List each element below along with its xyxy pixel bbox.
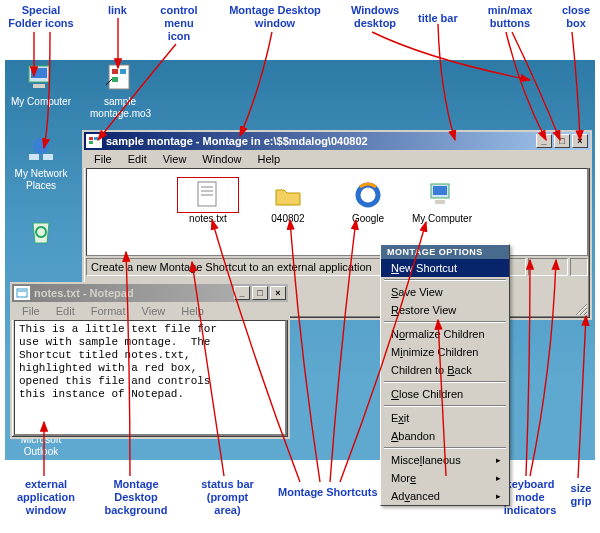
menu-help[interactable]: Help bbox=[251, 151, 286, 167]
callout-minmax: min/maxbuttons bbox=[480, 4, 540, 30]
np-menu-view[interactable]: View bbox=[136, 303, 172, 319]
shortcut-my-computer[interactable]: My Computer bbox=[411, 177, 473, 224]
shortcut-google[interactable]: Google bbox=[337, 177, 399, 224]
kbd-indicator-4 bbox=[528, 258, 568, 276]
ctx-save-view[interactable]: Save View bbox=[381, 283, 509, 301]
ctx-misc[interactable]: Miscellaneous bbox=[381, 451, 509, 469]
svg-rect-2 bbox=[33, 84, 45, 88]
svg-rect-22 bbox=[435, 200, 445, 204]
folder-icon bbox=[257, 177, 319, 213]
ctx-advanced[interactable]: Advanced bbox=[381, 487, 509, 505]
callout-link: link bbox=[108, 4, 127, 17]
maximize-button[interactable]: □ bbox=[554, 134, 570, 148]
svg-rect-13 bbox=[94, 137, 98, 140]
montage-menu-bar[interactable]: File Edit View Window Help bbox=[84, 150, 590, 168]
ctx-exit[interactable]: Exit bbox=[381, 409, 509, 427]
svg-rect-15 bbox=[198, 182, 216, 206]
notepad-maximize[interactable]: □ bbox=[252, 286, 268, 300]
my-computer-icon bbox=[11, 62, 71, 94]
callout-ext-app: externalapplicationwindow bbox=[6, 478, 86, 517]
close-button[interactable]: × bbox=[572, 134, 588, 148]
menu-window[interactable]: Window bbox=[196, 151, 247, 167]
shortcut-folder[interactable]: 040802 bbox=[257, 177, 319, 224]
np-menu-file[interactable]: File bbox=[16, 303, 46, 319]
callout-status: status bar(promptarea) bbox=[190, 478, 265, 517]
notepad-title-text: notes.txt - Notepad bbox=[34, 287, 134, 299]
network-places-icon bbox=[11, 134, 71, 166]
svg-rect-6 bbox=[112, 77, 118, 82]
desktop-icon-recycle-bin[interactable] bbox=[11, 216, 71, 250]
callout-montage-window: Montage Desktopwindow bbox=[220, 4, 330, 30]
svg-rect-14 bbox=[89, 141, 93, 144]
notepad-menu-bar[interactable]: File Edit Format View Help bbox=[12, 302, 288, 320]
montage-client-area[interactable]: notes.txt 040802 Google My Computer bbox=[86, 168, 588, 256]
kbd-indicator-5 bbox=[570, 258, 588, 276]
np-menu-edit[interactable]: Edit bbox=[50, 303, 81, 319]
svg-point-7 bbox=[33, 138, 49, 154]
callout-control-menu: controlmenuicon bbox=[155, 4, 203, 43]
minimize-button[interactable]: _ bbox=[536, 134, 552, 148]
menu-file[interactable]: File bbox=[88, 151, 118, 167]
callout-bg: MontageDesktopbackground bbox=[96, 478, 176, 517]
desktop-icon-sample-montage[interactable]: samplemontage.mo3 bbox=[90, 62, 150, 120]
montage-title-text: sample montage - Montage in e:\$$mdalog\… bbox=[106, 135, 368, 147]
ctx-new-shortcut[interactable]: New Shortcut bbox=[381, 259, 509, 277]
ctx-header: MONTAGE OPTIONS bbox=[381, 245, 509, 259]
notepad-title-bar[interactable]: notes.txt - Notepad _ □ × bbox=[12, 284, 288, 302]
desktop-icon-network-places[interactable]: My NetworkPlaces bbox=[11, 134, 71, 192]
montage-options-menu[interactable]: MONTAGE OPTIONS New Shortcut Save View R… bbox=[380, 244, 510, 506]
status-bar: Create a new Montage Shortcut to an exte… bbox=[86, 258, 388, 276]
size-grip[interactable] bbox=[572, 300, 588, 316]
desktop-icon-my-computer[interactable]: My Computer bbox=[11, 62, 71, 108]
svg-rect-8 bbox=[29, 154, 39, 160]
callout-windows-desktop: Windowsdesktop bbox=[340, 4, 410, 30]
notepad-minimize[interactable]: _ bbox=[234, 286, 250, 300]
windows-desktop[interactable]: My Computer samplemontage.mo3 My Network… bbox=[5, 60, 595, 460]
ctx-more[interactable]: More bbox=[381, 469, 509, 487]
notepad-control-icon[interactable] bbox=[14, 286, 30, 300]
np-menu-help[interactable]: Help bbox=[175, 303, 210, 319]
notepad-text-area[interactable]: This is a little text file foruse with s… bbox=[14, 320, 286, 435]
svg-rect-9 bbox=[43, 154, 53, 160]
recycle-bin-icon bbox=[11, 216, 71, 248]
ie-icon bbox=[337, 177, 399, 213]
callout-shortcuts: Montage Shortcuts bbox=[278, 486, 378, 499]
svg-rect-21 bbox=[433, 186, 447, 195]
callout-title-bar: title bar bbox=[418, 12, 458, 25]
ctx-abandon[interactable]: Abandon bbox=[381, 427, 509, 445]
callout-special-folder: SpecialFolder icons bbox=[2, 4, 80, 30]
svg-rect-12 bbox=[89, 137, 93, 140]
my-computer-icon bbox=[411, 177, 473, 213]
svg-rect-4 bbox=[112, 69, 118, 74]
menu-edit[interactable]: Edit bbox=[122, 151, 153, 167]
shortcut-notes[interactable]: notes.txt bbox=[177, 177, 239, 224]
np-menu-format[interactable]: Format bbox=[85, 303, 132, 319]
ctx-back[interactable]: Children to Back bbox=[381, 361, 509, 379]
notepad-close[interactable]: × bbox=[270, 286, 286, 300]
text-file-icon bbox=[177, 177, 239, 213]
notepad-window[interactable]: notes.txt - Notepad _ □ × File Edit Form… bbox=[10, 282, 290, 439]
ctx-normalize[interactable]: Normalize Children bbox=[381, 325, 509, 343]
callout-close: closebox bbox=[555, 4, 597, 30]
callout-grip: sizegrip bbox=[564, 482, 598, 508]
svg-rect-1 bbox=[31, 68, 47, 78]
menu-view[interactable]: View bbox=[157, 151, 193, 167]
ctx-close-children[interactable]: Close Children bbox=[381, 385, 509, 403]
svg-rect-29 bbox=[17, 289, 27, 297]
mo3-file-icon bbox=[90, 62, 150, 94]
control-menu-icon[interactable] bbox=[86, 134, 102, 148]
montage-title-bar[interactable]: sample montage - Montage in e:\$$mdalog\… bbox=[84, 132, 590, 150]
svg-rect-5 bbox=[120, 69, 126, 74]
ctx-restore-view[interactable]: Restore View bbox=[381, 301, 509, 319]
ctx-minimize[interactable]: Minimize Children bbox=[381, 343, 509, 361]
